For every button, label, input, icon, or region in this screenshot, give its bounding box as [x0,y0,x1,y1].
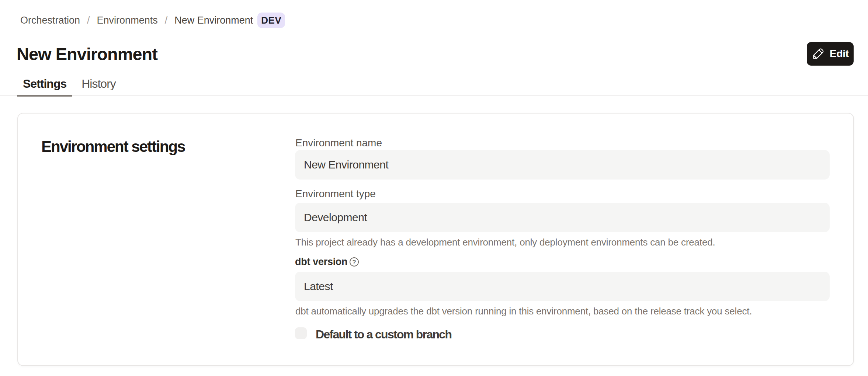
svg-text:?: ? [352,259,356,266]
